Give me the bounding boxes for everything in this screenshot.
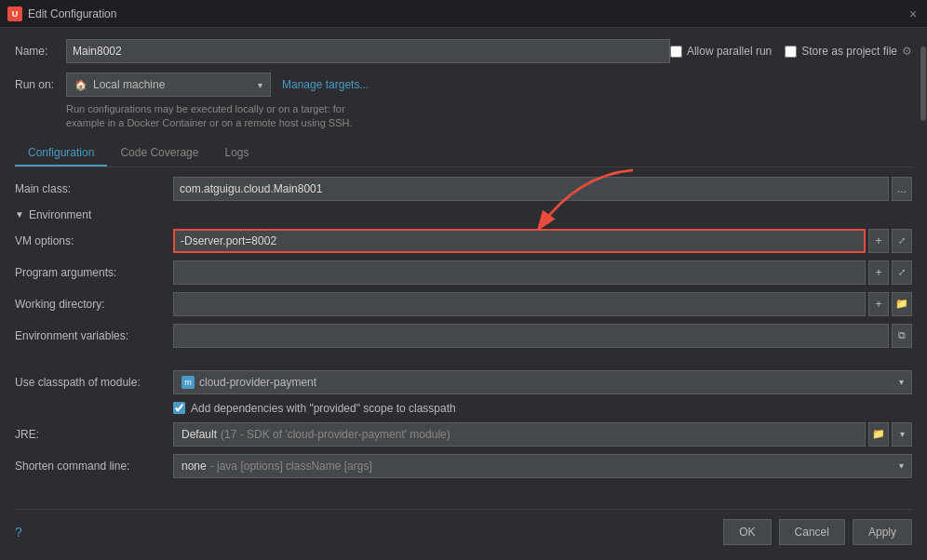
program-arguments-input-group: + ⤢ <box>173 260 912 285</box>
working-directory-label: Working directory: <box>15 298 173 311</box>
shorten-command-line-dropdown[interactable]: none - java [options] className [args] ▾ <box>173 454 912 478</box>
vm-options-input-group: + ⤢ <box>173 229 912 253</box>
shorten-command-line-label: Shorten command line: <box>15 460 173 473</box>
run-on-label: Run on: <box>15 78 66 91</box>
store-as-project-file-checkbox[interactable] <box>785 46 797 58</box>
environment-variables-input[interactable] <box>173 324 889 348</box>
add-dependencies-checkbox[interactable] <box>173 402 185 414</box>
program-arguments-input[interactable] <box>173 260 866 285</box>
shorten-hint-text: - java [options] className [args] <box>210 460 372 473</box>
tab-configuration[interactable]: Configuration <box>15 140 107 167</box>
working-directory-row: Working directory: + 📁 <box>15 292 912 316</box>
classpath-module-label: Use classpath of module: <box>15 376 173 389</box>
allow-parallel-run-label[interactable]: Allow parallel run <box>670 45 772 58</box>
top-options: Allow parallel run Store as project file… <box>670 45 912 58</box>
classpath-module-dropdown[interactable]: m cloud-provider-payment ▾ <box>173 370 912 394</box>
home-icon: 🏠 <box>74 79 87 91</box>
help-button[interactable]: ? <box>15 525 22 540</box>
cancel-button[interactable]: Cancel <box>779 519 845 545</box>
module-value: cloud-provider-payment <box>199 376 899 389</box>
scrollbar-track <box>920 28 927 560</box>
classpath-module-row: Use classpath of module: m cloud-provide… <box>15 370 912 394</box>
tab-logs[interactable]: Logs <box>211 140 262 167</box>
name-input[interactable] <box>66 39 670 63</box>
vm-options-expand-button[interactable]: ⤢ <box>892 229 912 253</box>
allow-parallel-run-checkbox[interactable] <box>670 46 682 58</box>
add-dependencies-label: Add dependencies with "provided" scope t… <box>191 402 456 415</box>
module-dropdown-arrow-icon: ▾ <box>899 377 904 387</box>
environment-variables-input-group: ⧉ <box>173 324 912 348</box>
run-on-dropdown[interactable]: 🏠 Local machine ▾ <box>66 73 271 97</box>
program-arguments-add-button[interactable]: + <box>868 260 889 285</box>
jre-sub-text: (17 - SDK of 'cloud-provider-payment' mo… <box>221 428 450 441</box>
working-directory-input[interactable] <box>173 292 866 316</box>
run-on-value: Local machine <box>93 78 165 91</box>
working-directory-folder-button[interactable]: 📁 <box>892 292 912 316</box>
program-arguments-expand-button[interactable]: ⤢ <box>892 260 912 285</box>
title-bar: U Edit Configuration × <box>0 0 927 28</box>
ok-button[interactable]: OK <box>723 519 771 545</box>
environment-variables-copy-button[interactable]: ⧉ <box>892 324 912 348</box>
footer-buttons: OK Cancel Apply <box>723 519 912 545</box>
jre-input[interactable]: Default (17 - SDK of 'cloud-provider-pay… <box>173 422 866 447</box>
main-class-row: Main class: ... <box>15 177 912 201</box>
main-class-label: Main class: <box>15 182 173 195</box>
title-bar-text: Edit Configuration <box>28 7 907 20</box>
triangle-icon: ▼ <box>15 209 24 220</box>
environment-variables-label: Environment variables: <box>15 329 173 342</box>
module-icon: m <box>181 376 195 389</box>
main-class-browse-button[interactable]: ... <box>892 177 912 201</box>
working-directory-input-group: + 📁 <box>173 292 912 316</box>
manage-targets-link[interactable]: Manage targets... <box>282 78 369 91</box>
jre-label: JRE: <box>15 428 173 441</box>
app-icon: U <box>7 7 22 21</box>
environment-label: Environment <box>29 208 91 221</box>
main-class-input[interactable] <box>173 177 889 201</box>
name-label: Name: <box>15 45 66 58</box>
main-content: Name: Allow parallel run Store as projec… <box>0 28 927 560</box>
dropdown-arrow-icon: ▾ <box>258 80 262 90</box>
jre-row: JRE: Default (17 - SDK of 'cloud-provide… <box>15 422 912 447</box>
tabs: Configuration Code Coverage Logs <box>15 140 912 167</box>
program-arguments-label: Program arguments: <box>15 266 173 279</box>
vm-options-label: VM options: <box>15 234 173 247</box>
run-on-row: Run on: 🏠 Local machine ▾ Manage targets… <box>15 73 912 97</box>
tab-code-coverage[interactable]: Code Coverage <box>107 140 211 167</box>
vm-options-input[interactable] <box>173 229 866 253</box>
environment-section-header: ▼ Environment <box>15 208 912 221</box>
close-button[interactable]: × <box>907 7 920 20</box>
shorten-command-line-row: Shorten command line: none - java [optio… <box>15 454 912 478</box>
environment-variables-row: Environment variables: ⧉ <box>15 324 912 348</box>
store-as-project-file-label[interactable]: Store as project file ⚙ <box>785 45 912 58</box>
vm-options-add-button[interactable]: + <box>868 229 889 253</box>
program-arguments-row: Program arguments: + ⤢ <box>15 260 912 285</box>
jre-folder-button[interactable]: 📁 <box>868 422 889 447</box>
help-text: Run configurations may be executed local… <box>66 102 912 131</box>
scrollbar-thumb[interactable] <box>920 47 926 121</box>
main-class-input-group: ... <box>173 177 912 201</box>
form-body: Main class: ... ▼ Environment VM options… <box>15 167 912 509</box>
footer: ? OK Cancel Apply <box>15 509 912 549</box>
vm-options-row: VM options: + ⤢ <box>15 229 912 253</box>
shorten-dropdown-arrow-icon: ▾ <box>899 460 904 471</box>
jre-default-text: Default <box>181 428 217 441</box>
gear-icon[interactable]: ⚙ <box>902 45 912 58</box>
jre-dropdown-button[interactable]: ▾ <box>892 422 912 447</box>
add-dependencies-row: Add dependencies with "provided" scope t… <box>173 402 912 415</box>
apply-button[interactable]: Apply <box>853 519 912 545</box>
working-directory-add-button[interactable]: + <box>868 292 889 316</box>
shorten-none-text: none <box>181 460 207 473</box>
